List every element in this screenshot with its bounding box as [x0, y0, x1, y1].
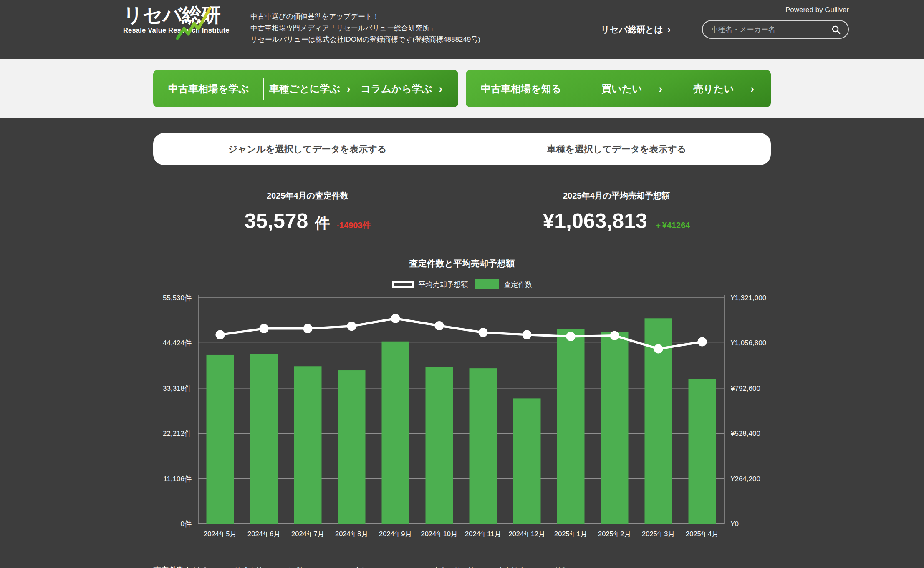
x-axis-tick-label: 2024年7月 — [291, 530, 324, 538]
nav-block-know: 中古車相場を知る 買いたい › 売りたい › — [466, 70, 771, 107]
search-icon[interactable] — [831, 25, 841, 34]
chart-line-point — [347, 322, 356, 331]
x-axis-tick-label: 2025年4月 — [686, 530, 719, 538]
chart-line-point — [303, 324, 313, 333]
right-axis-tick-label: ¥1,321,000 — [730, 294, 766, 302]
search-box[interactable] — [702, 20, 849, 39]
right-axis-tick-label: ¥792,600 — [730, 385, 760, 392]
chart-bar — [601, 332, 629, 524]
chart-bar — [382, 342, 409, 524]
left-axis-tick-label: 33,318件 — [163, 385, 192, 392]
chart-line-point — [698, 337, 707, 347]
chart-legend: 平均売却予想額 査定件数 — [0, 279, 924, 289]
nav-item-sell[interactable]: 売りたい › — [668, 82, 760, 96]
stat-average-price: 2025年4月の平均売却予想額 ¥1,063,813 ＋¥41264 — [462, 190, 771, 234]
term-definitions: 査定件数とは？ 株式会社IDOMが運営するガリバーの店舗においてクルマ買取査定に… — [153, 564, 771, 568]
x-axis-tick-label: 2025年3月 — [642, 530, 675, 538]
chart-bar — [338, 370, 366, 524]
left-axis-tick-label: 55,530件 — [163, 294, 192, 302]
chart-line-point — [435, 321, 444, 330]
x-axis-tick-label: 2024年8月 — [335, 530, 368, 538]
right-axis-tick-label: ¥0 — [730, 520, 739, 528]
data-select-tabbar: ジャンルを選択してデータを表示する 車種を選択してデータを表示する — [153, 133, 771, 165]
chart-line-point — [260, 324, 269, 333]
legend-item-line: 平均売却予想額 — [392, 280, 468, 289]
left-axis-tick-label: 0件 — [181, 520, 192, 528]
left-axis-tick-label: 11,106件 — [163, 475, 192, 483]
nav-learn-title[interactable]: 中古車相場を学ぶ — [164, 78, 264, 100]
chart-line-point — [391, 314, 400, 323]
definition-term: 査定件数とは？ — [153, 564, 235, 568]
about-link[interactable]: リセバ総研とは › — [601, 24, 671, 35]
stat-value: 35,578 — [244, 209, 308, 233]
chart-area: 55,530件¥1,321,00044,424件¥1,056,80033,318… — [149, 291, 775, 553]
stat-delta: -14903件 — [336, 220, 371, 231]
chart-bar — [470, 368, 497, 524]
nav-item-buy[interactable]: 買いたい › — [576, 82, 668, 96]
x-axis-tick-label: 2024年11月 — [465, 530, 501, 538]
search-input[interactable] — [710, 25, 831, 34]
x-axis-tick-label: 2024年12月 — [508, 530, 545, 538]
chart-line-point — [216, 330, 225, 339]
chart-bar — [250, 354, 278, 524]
logo-title: リセバ総研 — [123, 5, 227, 25]
nav-block-learn: 中古車相場を学ぶ 車種ごとに学ぶ › コラムから学ぶ › — [153, 70, 458, 107]
tab-select-model[interactable]: 車種を選択してデータを表示する — [462, 133, 771, 165]
stat-value: ¥1,063,813 — [543, 209, 647, 233]
right-axis-tick-label: ¥1,056,800 — [730, 339, 766, 347]
chevron-right-icon: › — [659, 83, 662, 94]
chart-bar — [426, 367, 453, 524]
chart-bar — [513, 398, 541, 524]
left-axis-tick-label: 44,424件 — [163, 339, 192, 347]
stat-delta: ＋¥41264 — [654, 220, 690, 231]
stats-row: 2025年4月の査定件数 35,578 件 -14903件 2025年4月の平均… — [153, 190, 771, 234]
chevron-right-icon: › — [750, 83, 754, 94]
chart-line-point — [523, 330, 532, 339]
nav-strip: 中古車相場を学ぶ 車種ごとに学ぶ › コラムから学ぶ › 中古車相場を知る 買い… — [0, 59, 924, 118]
chart-bar — [557, 329, 585, 524]
x-axis-tick-label: 2024年5月 — [204, 530, 237, 538]
definition-row: 査定件数とは？ 株式会社IDOMが運営するガリバーの店舗においてクルマ買取査定に… — [153, 564, 771, 568]
chevron-right-icon: › — [667, 25, 671, 35]
site-logo[interactable]: リセバ総研 Resale Value Research Institute — [123, 5, 227, 34]
x-axis-tick-label: 2025年2月 — [598, 530, 631, 538]
chart-line-point — [654, 344, 663, 353]
chart-bar — [689, 379, 716, 524]
chevron-right-icon: › — [439, 83, 442, 94]
definition-desc: 株式会社IDOMが運営するガリバーの店舗においてクルマ買取査定に持ち込まれ、査定… — [235, 564, 771, 568]
x-axis-tick-label: 2024年9月 — [379, 530, 412, 538]
stat-assessment-count: 2025年4月の査定件数 35,578 件 -14903件 — [153, 190, 462, 234]
chart-line-point — [610, 331, 619, 340]
nav-item-by-column[interactable]: コラムから学ぶ › — [356, 82, 447, 96]
right-axis-tick-label: ¥264,200 — [730, 475, 760, 483]
x-axis-tick-label: 2024年10月 — [421, 530, 457, 538]
chart-bar — [207, 355, 234, 524]
tagline-line: 中古車選びの価値基準をアップデート！ — [250, 11, 480, 23]
x-axis-tick-label: 2025年1月 — [554, 530, 587, 538]
left-axis-tick-label: 22,212件 — [163, 430, 192, 437]
tagline-line: 中古車相場専門メディア「リセールバリュー総合研究所」 — [250, 23, 480, 34]
right-axis-tick-label: ¥528,400 — [730, 430, 760, 437]
chart-line-point — [479, 328, 488, 337]
logo-subtitle: Resale Value Research Institute — [123, 26, 227, 34]
chart-title: 査定件数と平均売却予想額 — [0, 258, 924, 269]
chart-bar — [294, 366, 322, 524]
chevron-right-icon: › — [347, 83, 351, 94]
nav-know-title[interactable]: 中古車相場を知る — [477, 78, 576, 100]
legend-item-bar: 査定件数 — [475, 279, 533, 289]
stat-title: 2025年4月の平均売却予想額 — [462, 190, 771, 201]
x-axis-tick-label: 2024年6月 — [247, 530, 280, 538]
legend-bar-swatch — [475, 279, 499, 289]
powered-by-label: Powered by Gulliver — [785, 6, 849, 14]
chart-line-point — [566, 332, 576, 341]
tab-select-genre[interactable]: ジャンルを選択してデータを表示する — [153, 133, 462, 165]
site-header: リセバ総研 Resale Value Research Institute 中古… — [0, 0, 924, 59]
tagline-line: リセールバリューは株式会社IDOMの登録商標です(登録商標4888249号) — [250, 34, 480, 45]
site-tagline: 中古車選びの価値基準をアップデート！ 中古車相場専門メディア「リセールバリュー総… — [250, 11, 480, 45]
nav-item-by-model[interactable]: 車種ごとに学ぶ › — [264, 82, 356, 96]
chart-svg: 55,530件¥1,321,00044,424件¥1,056,80033,318… — [149, 291, 775, 552]
stat-unit: 件 — [315, 213, 330, 234]
main-content: ジャンルを選択してデータを表示する 車種を選択してデータを表示する 2025年4… — [0, 133, 924, 568]
stat-title: 2025年4月の査定件数 — [153, 190, 462, 201]
chart-line — [220, 319, 702, 349]
